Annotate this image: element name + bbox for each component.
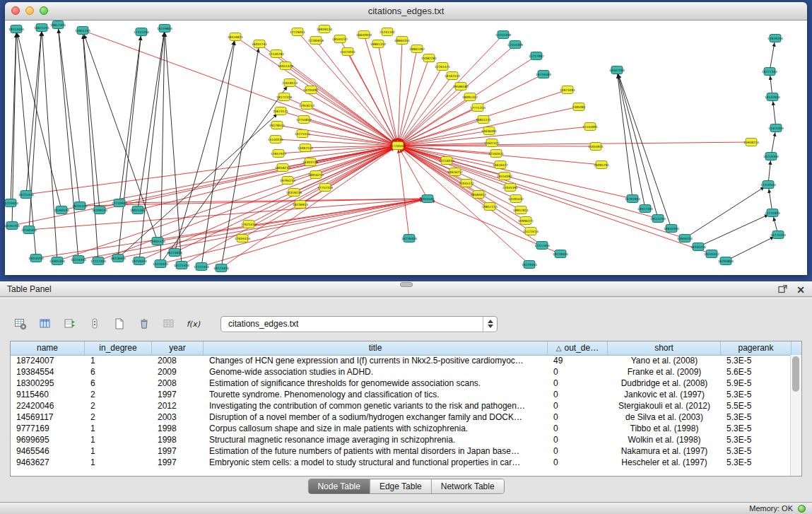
network-node[interactable]: 18664351	[394, 37, 410, 45]
network-node[interactable]: 17918213	[299, 102, 314, 110]
network-node[interactable]: 10944204	[677, 235, 693, 243]
table-row[interactable]: 1872400712008Changes of HCN gene express…	[11, 355, 791, 366]
network-node[interactable]: 18228404	[553, 250, 568, 258]
network-node[interactable]: 15054931	[588, 143, 604, 151]
network-node[interactable]: 12160421	[488, 150, 504, 158]
network-node[interactable]: 12261471	[435, 63, 450, 71]
column-header-year[interactable]: year	[152, 341, 204, 355]
network-node[interactable]: 15474041	[340, 48, 355, 56]
network-node[interactable]: 12217987	[529, 52, 544, 60]
network-node[interactable]: 13097514	[298, 144, 313, 152]
network-node[interactable]: 19154092	[497, 173, 512, 180]
network-node[interactable]: 18544237	[332, 35, 348, 43]
network-node[interactable]: 19734583	[536, 71, 551, 78]
network-node[interactable]: 17625413	[241, 221, 257, 228]
network-node[interactable]: 19812304	[50, 21, 66, 29]
network-node[interactable]: 17227404	[534, 242, 550, 250]
network-node[interactable]: 22280618	[308, 37, 324, 45]
table-row[interactable]: 911546021997Tourette syndrome. Phenomeno…	[11, 389, 791, 400]
network-node[interactable]: 18916213	[308, 171, 324, 179]
tab-node-table[interactable]: Node Table	[308, 479, 370, 493]
column-header-title[interactable]: title	[204, 341, 548, 355]
network-node[interactable]: 18416821	[228, 33, 243, 41]
network-node[interactable]: 18236913	[293, 201, 308, 209]
network-node[interactable]: 14051428	[278, 62, 293, 70]
network-node[interactable]: 16791904	[625, 195, 640, 203]
network-node[interactable]: 19586582	[453, 83, 469, 90]
network-node[interactable]: 7485081	[572, 103, 585, 111]
network-node[interactable]: 12754812	[296, 116, 312, 124]
table-selector-combobox[interactable]: citations_edges.txt	[220, 316, 498, 332]
network-node[interactable]: 17634414	[235, 235, 250, 243]
network-node[interactable]: 18223404	[213, 264, 229, 272]
network-node[interactable]: 19015304	[130, 206, 146, 214]
network-node[interactable]: 17726051	[290, 28, 305, 36]
table-options-button[interactable]	[11, 315, 30, 332]
network-node[interactable]: 16775204	[770, 231, 786, 239]
network-node[interactable]: 22045391	[502, 184, 518, 192]
network-node[interactable]: 19229404	[522, 261, 537, 269]
network-node[interactable]: 12216013	[439, 157, 454, 165]
network-node[interactable]: 16640910	[356, 31, 372, 39]
network-node[interactable]: 16293804	[718, 257, 734, 265]
table-row[interactable]: 969969511998Structural magnetic resonanc…	[11, 434, 791, 445]
network-node[interactable]: 15958214	[743, 139, 759, 146]
delete-columns-button[interactable]	[135, 315, 153, 332]
network-node[interactable]: 1724040	[391, 142, 404, 150]
network-node[interactable]: 18091342	[462, 93, 478, 101]
network-node[interactable]: 12140781	[269, 50, 284, 58]
network-node[interactable]: 16221404	[174, 262, 189, 269]
network-node[interactable]: 10973491	[560, 86, 575, 94]
network-node[interactable]: 19010204	[28, 255, 44, 262]
network-node[interactable]: 19115204	[650, 215, 666, 223]
network-node[interactable]: 15220404	[153, 260, 168, 268]
network-node[interactable]: 15905304	[49, 257, 65, 265]
zoom-window-button[interactable]	[40, 6, 48, 15]
network-node[interactable]: 17315204	[134, 28, 149, 36]
network-node[interactable]: 16055741	[252, 40, 267, 48]
table-row[interactable]: 946554611997Estimation of the future num…	[11, 445, 791, 457]
row-tools-button[interactable]	[86, 315, 104, 332]
network-node[interactable]: 16225404	[18, 191, 34, 199]
network-node[interactable]: 18113404	[8, 25, 24, 33]
window-titlebar[interactable]: citations_edges.txt	[5, 2, 807, 21]
network-node[interactable]: 19278515	[269, 122, 285, 129]
network-node[interactable]: 19794213	[280, 177, 295, 185]
edit-columns-button[interactable]	[61, 315, 79, 332]
minimize-window-button[interactable]	[25, 6, 34, 15]
network-node[interactable]: 11544691	[582, 123, 598, 131]
network-node[interactable]: 16303718	[302, 158, 318, 166]
tab-edge-table[interactable]: Edge Table	[370, 479, 431, 493]
network-node[interactable]: 18012304	[637, 205, 653, 213]
network-node[interactable]: 14595432	[508, 195, 524, 203]
network-node[interactable]: 18330204	[690, 243, 706, 251]
network-node[interactable]: 18957811	[513, 206, 529, 214]
network-node[interactable]: 1914545	[420, 195, 434, 203]
network-node[interactable]: 14616427	[493, 161, 508, 169]
network-node[interactable]: 16209104	[92, 206, 107, 214]
network-node[interactable]: 18058217	[275, 164, 290, 172]
network-node[interactable]: 17222404	[194, 263, 209, 271]
network-node[interactable]: 12554309	[507, 41, 523, 49]
table-row[interactable]: 2242004622012Investigating the contribut…	[11, 400, 791, 411]
tab-network-table[interactable]: Network Table	[431, 479, 504, 493]
table-scrollbar[interactable]	[790, 355, 801, 476]
column-header-in_degree[interactable]: in_degree	[85, 341, 152, 355]
network-node[interactable]: 15123414	[523, 228, 539, 235]
column-header-name[interactable]: name	[11, 341, 85, 355]
network-node[interactable]: 16851221	[476, 116, 491, 124]
create-column-button[interactable]	[110, 315, 129, 332]
network-node[interactable]: 12210304	[765, 209, 780, 217]
network-node[interactable]: 18218404	[110, 255, 126, 262]
table-row[interactable]: 946362711997Embryonic stem cells: a mode…	[11, 457, 791, 468]
network-node[interactable]: 20673171	[273, 107, 288, 115]
network-node[interactable]: 14636491	[481, 127, 497, 135]
network-node[interactable]: 15140531	[268, 136, 283, 144]
network-node[interactable]: 14533904	[765, 93, 780, 101]
table-row[interactable]: 1830029562008Estimation of significance …	[11, 378, 791, 389]
network-node[interactable]: 20260504	[54, 206, 69, 214]
network-node[interactable]: 16226404	[401, 235, 417, 243]
network-node[interactable]: 17752318	[317, 184, 333, 192]
network-node[interactable]: 17847913	[271, 150, 286, 158]
network-node[interactable]: 20160304	[21, 226, 37, 234]
